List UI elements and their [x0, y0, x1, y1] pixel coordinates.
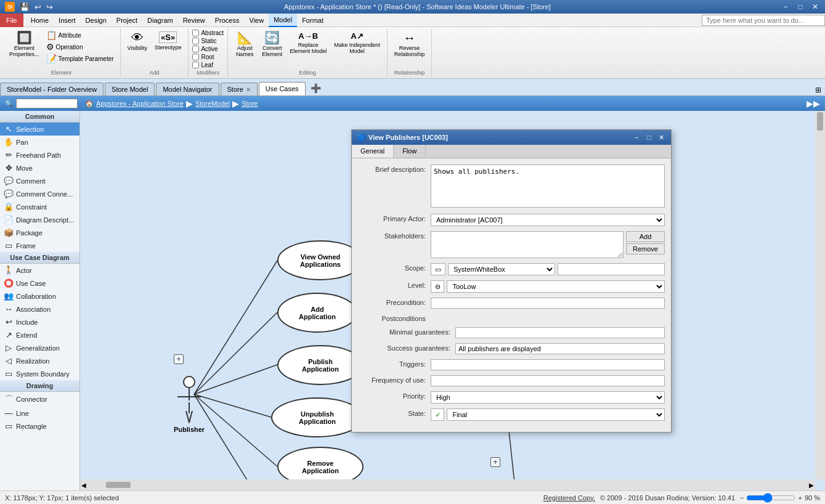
tab-folder-overview[interactable]: StoreModel - Folder Overview: [0, 83, 104, 96]
tab-store[interactable]: Store ✕: [221, 83, 258, 96]
scroll-left-btn[interactable]: ◀: [80, 481, 87, 490]
dialog-tab-flow[interactable]: Flow: [394, 145, 426, 158]
primary-actor-select[interactable]: Administrator [AC007]: [431, 214, 665, 226]
tab-store-model[interactable]: Store Model: [105, 83, 155, 96]
sidebar-item-collaboration[interactable]: 👥 Collaboration: [0, 290, 79, 303]
priority-select[interactable]: High Medium Low: [431, 391, 665, 404]
add-tab-btn[interactable]: ➕: [307, 81, 325, 96]
replace-element-model-btn[interactable]: A→B ReplaceElement Model: [287, 30, 330, 56]
dialog-close-btn[interactable]: ✕: [656, 134, 666, 142]
close-btn[interactable]: ✕: [810, 2, 820, 11]
visibility-btn[interactable]: 👁 Visibility: [124, 30, 150, 53]
dialog-tab-general[interactable]: General: [352, 145, 394, 158]
stakeholders-add-btn[interactable]: Add: [626, 231, 665, 242]
collapse-panels-btn[interactable]: ⊞: [811, 84, 825, 96]
template-param-btn[interactable]: 📝 Template Parameter: [44, 53, 116, 64]
vertical-scroll-thumb[interactable]: [817, 112, 823, 131]
attribute-btn[interactable]: 📋 Attribute: [44, 30, 116, 41]
canvas[interactable]: View OwnedApplications AddApplication Pu…: [80, 111, 825, 490]
sidebar-item-comment-conn[interactable]: 💬 Comment Conne...: [0, 187, 79, 200]
menu-project[interactable]: Project: [112, 14, 142, 27]
sidebar-item-diagram-desc[interactable]: 📄 Diagram Descript...: [0, 213, 79, 226]
menu-home[interactable]: Home: [26, 14, 54, 27]
dialog-minimize-btn[interactable]: −: [632, 134, 641, 142]
scope-text-input[interactable]: [558, 263, 665, 275]
menu-file[interactable]: File: [0, 14, 23, 27]
frequency-input[interactable]: [431, 375, 665, 386]
static-checkbox[interactable]: Static: [192, 38, 216, 44]
zoom-slider[interactable]: [746, 493, 795, 503]
stakeholders-input[interactable]: [431, 231, 624, 258]
usecase-publish-application[interactable]: PublishApplication: [277, 345, 364, 385]
reverse-relationship-btn[interactable]: ↔ ReverseRelationship: [391, 30, 428, 59]
dialog-maximize-btn[interactable]: □: [644, 134, 654, 142]
actor-publisher[interactable]: Publisher: [174, 376, 205, 433]
registered-copy-link[interactable]: Registered Copy.: [543, 494, 595, 502]
operation-btn[interactable]: ⚙ Operation: [44, 41, 116, 52]
tab-model-navigator[interactable]: Model Navigator: [156, 83, 219, 96]
zoom-in-btn[interactable]: +: [798, 494, 802, 502]
make-independent-model-btn[interactable]: A↗ Make IndependentModel: [331, 30, 383, 56]
sidebar-item-frame[interactable]: ▭ Frame: [0, 239, 79, 252]
usecase-unpublish-application[interactable]: UnpublishApplication: [271, 397, 364, 437]
menu-view[interactable]: View: [245, 14, 269, 27]
sidebar-item-realization[interactable]: ◁ Realization: [0, 354, 79, 367]
menu-diagram[interactable]: Diagram: [142, 14, 178, 27]
sidebar-item-connector[interactable]: ⌒ Connector: [0, 392, 79, 407]
minimal-guarantees-input[interactable]: [455, 327, 665, 338]
sidebar-item-pan[interactable]: ✋ Pan: [0, 136, 79, 148]
sidebar-item-usecase[interactable]: ⭕ Use Case: [0, 277, 79, 290]
success-guarantees-input[interactable]: [455, 343, 665, 354]
plus-btn-1[interactable]: +: [174, 354, 184, 364]
tab-use-cases[interactable]: Use Cases: [259, 82, 306, 96]
breadcrumb-expand-btn[interactable]: ▶▶: [807, 99, 820, 108]
adjust-names-btn[interactable]: 📐 AdjustNames: [232, 30, 258, 59]
menu-process[interactable]: Process: [210, 14, 245, 27]
abstract-checkbox[interactable]: Abstract: [192, 30, 224, 36]
scope-select[interactable]: SystemWhiteBox: [448, 263, 555, 275]
stereotype-btn[interactable]: «S» Stereotype: [152, 30, 185, 52]
menu-format[interactable]: Format: [297, 14, 328, 27]
state-select[interactable]: Final Draft Active: [447, 408, 665, 421]
sidebar-item-move[interactable]: ✥ Move: [0, 161, 79, 174]
convert-element-btn[interactable]: 🔄 ConvertElement: [259, 30, 285, 59]
sidebar-item-actor[interactable]: 🚶 Actor: [0, 264, 79, 277]
minimize-btn[interactable]: −: [781, 2, 790, 11]
scroll-right-btn[interactable]: ▶: [808, 481, 815, 490]
level-select[interactable]: TooLow: [447, 280, 665, 293]
sidebar-item-generalization[interactable]: ▷ Generalization: [0, 341, 79, 354]
element-properties-btn[interactable]: 🔲 ElementProperties...: [6, 30, 43, 59]
sidebar-item-selection[interactable]: ↖ Selection: [0, 123, 79, 136]
undo-icon[interactable]: ↩: [33, 2, 43, 12]
triggers-input[interactable]: [431, 359, 665, 370]
usecase-view-owned[interactable]: View OwnedApplications: [277, 240, 364, 280]
vertical-scrollbar[interactable]: [815, 111, 825, 479]
breadcrumb-search[interactable]: [16, 99, 78, 108]
menu-insert[interactable]: Insert: [54, 14, 81, 27]
menu-review[interactable]: Review: [178, 14, 210, 27]
sidebar-item-package[interactable]: 📦 Package: [0, 226, 79, 239]
stakeholders-remove-btn[interactable]: Remove: [626, 243, 665, 254]
sidebar-item-association[interactable]: ↔ Association: [0, 303, 79, 315]
horizontal-scrollbar[interactable]: ◀ ▶: [80, 479, 815, 490]
breadcrumb-storemodel[interactable]: StoreModel: [195, 100, 230, 107]
precondition-input[interactable]: [431, 298, 665, 309]
save-icon[interactable]: 💾: [18, 2, 31, 12]
menu-model[interactable]: Model: [269, 14, 297, 27]
active-checkbox[interactable]: Active: [192, 46, 217, 52]
sidebar-item-freehand[interactable]: ✏ Freehand Path: [0, 148, 79, 161]
sidebar-item-include[interactable]: ↩ Include: [0, 315, 79, 328]
brief-description-input[interactable]: [431, 165, 665, 208]
sidebar-item-rectangle[interactable]: ▭ Rectangle: [0, 420, 79, 433]
sidebar-item-line[interactable]: — Line: [0, 407, 79, 420]
zoom-out-btn[interactable]: −: [740, 494, 744, 502]
usecase-add-application[interactable]: AddApplication: [277, 293, 357, 333]
sidebar-item-comment[interactable]: 💬 Comment: [0, 174, 79, 187]
leaf-checkbox[interactable]: Leaf: [192, 62, 213, 68]
horizontal-scroll-thumb[interactable]: [106, 482, 131, 488]
maximize-btn[interactable]: □: [795, 2, 805, 11]
sidebar-item-extend[interactable]: ↗ Extend: [0, 328, 79, 341]
sidebar-item-constraint[interactable]: 🔒 Constraint: [0, 200, 79, 213]
plus-btn-2[interactable]: +: [490, 457, 500, 467]
root-checkbox[interactable]: Root: [192, 54, 214, 60]
